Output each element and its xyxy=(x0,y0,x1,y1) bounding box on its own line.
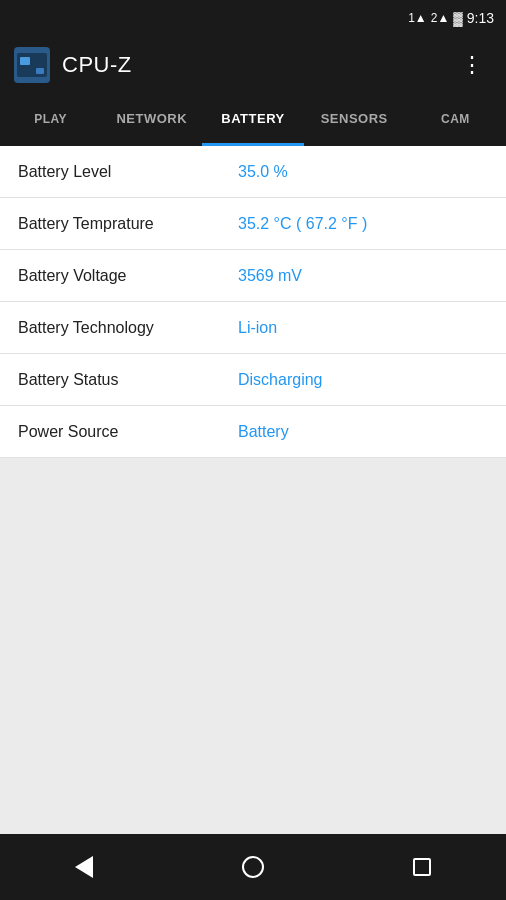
signal1-icon: 1▲ xyxy=(408,11,427,25)
row-label: Battery Status xyxy=(18,371,238,389)
status-bar: 1▲ 2▲ ▓ 9:13 xyxy=(0,0,506,36)
battery-status-icon: ▓ xyxy=(453,11,462,26)
home-button[interactable] xyxy=(228,847,278,887)
battery-info-table: Battery Level35.0 %Battery Temprature35.… xyxy=(0,146,506,458)
bottom-nav xyxy=(0,834,506,900)
status-icons: 1▲ 2▲ ▓ 9:13 xyxy=(408,10,494,26)
row-label: Battery Technology xyxy=(18,319,238,337)
row-label: Power Source xyxy=(18,423,238,441)
row-value: Discharging xyxy=(238,371,488,389)
recent-button[interactable] xyxy=(397,847,447,887)
content-area: Battery Level35.0 %Battery Temprature35.… xyxy=(0,146,506,838)
back-icon xyxy=(75,856,93,878)
title-left: CPU-Z xyxy=(14,47,132,83)
tab-play[interactable]: PLAY xyxy=(0,94,101,146)
row-label: Battery Level xyxy=(18,163,238,181)
app-icon xyxy=(14,47,50,83)
row-value: 3569 mV xyxy=(238,267,488,285)
tab-sensors[interactable]: SENSORS xyxy=(304,94,405,146)
title-bar: CPU-Z ⋮ xyxy=(0,36,506,94)
table-row: Battery Temprature35.2 °C ( 67.2 °F ) xyxy=(0,198,506,250)
table-row: Battery Voltage3569 mV xyxy=(0,250,506,302)
time-display: 9:13 xyxy=(467,10,494,26)
tab-bar: PLAY NETWORK BATTERY SENSORS CAM xyxy=(0,94,506,146)
app-title: CPU-Z xyxy=(62,52,132,78)
tab-cam[interactable]: CAM xyxy=(405,94,506,146)
table-row: Battery StatusDischarging xyxy=(0,354,506,406)
menu-button[interactable]: ⋮ xyxy=(453,48,492,82)
row-label: Battery Voltage xyxy=(18,267,238,285)
row-value: Li-ion xyxy=(238,319,488,337)
back-button[interactable] xyxy=(59,847,109,887)
empty-area xyxy=(0,458,506,838)
table-row: Battery Level35.0 % xyxy=(0,146,506,198)
recent-icon xyxy=(413,858,431,876)
home-icon xyxy=(242,856,264,878)
row-value: 35.0 % xyxy=(238,163,488,181)
row-value: Battery xyxy=(238,423,488,441)
signal2-icon: 2▲ xyxy=(431,11,450,25)
row-label: Battery Temprature xyxy=(18,215,238,233)
app-icon-inner xyxy=(17,53,47,77)
tab-battery[interactable]: BATTERY xyxy=(202,94,303,146)
table-row: Power SourceBattery xyxy=(0,406,506,458)
tab-network[interactable]: NETWORK xyxy=(101,94,202,146)
row-value: 35.2 °C ( 67.2 °F ) xyxy=(238,215,488,233)
table-row: Battery TechnologyLi-ion xyxy=(0,302,506,354)
